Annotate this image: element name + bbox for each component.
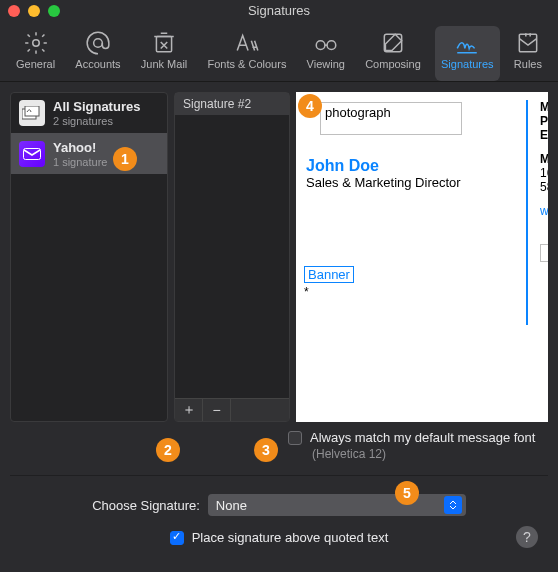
place-above-checkbox[interactable]	[170, 531, 184, 545]
gear-icon	[22, 30, 50, 56]
photo-placeholder: photograph	[320, 102, 462, 135]
help-button[interactable]: ?	[516, 526, 538, 548]
all-signatures-icon	[19, 100, 45, 126]
font-hint: (Helvetica 12)	[312, 447, 548, 461]
tab-accounts[interactable]: Accounts	[69, 26, 126, 81]
options-area: Always match my default message font (He…	[0, 422, 558, 555]
title-bar: Signatures	[0, 0, 558, 22]
svg-point-1	[94, 39, 103, 48]
vertical-divider	[526, 100, 528, 325]
svg-rect-6	[519, 34, 536, 51]
svg-rect-2	[156, 37, 171, 52]
at-icon	[84, 30, 112, 56]
chevron-updown-icon	[444, 496, 462, 514]
banner-placeholder: Banner	[304, 266, 354, 283]
list-footer: ＋ −	[175, 398, 289, 421]
place-above-row[interactable]: Place signature above quoted text	[10, 530, 548, 545]
account-name: Yahoo!	[53, 140, 107, 155]
window-title: Signatures	[0, 0, 558, 22]
preview-bullet: *	[304, 285, 548, 299]
signatures-list: Signature #2 ＋ −	[174, 92, 290, 422]
yahoo-icon	[19, 141, 45, 167]
account-name: All Signatures	[53, 99, 140, 114]
prefs-toolbar: General Accounts Junk Mail Fonts & Colou…	[0, 22, 558, 82]
account-sub: 1 signature	[53, 156, 107, 168]
divider	[10, 475, 548, 476]
account-sub: 2 signatures	[53, 115, 140, 127]
preview-name: John Doe	[306, 157, 548, 175]
rules-icon	[514, 30, 542, 56]
remove-button[interactable]: −	[203, 399, 231, 421]
svg-point-4	[327, 41, 336, 50]
svg-rect-9	[23, 148, 41, 160]
tab-rules[interactable]: Rules	[508, 26, 548, 81]
signature-preview[interactable]: photograph John Doe Sales & Marketing Di…	[296, 92, 548, 422]
choose-signature-value: None	[216, 498, 247, 513]
tab-composing[interactable]: Composing	[359, 26, 427, 81]
always-match-checkbox[interactable]	[288, 431, 302, 445]
svg-rect-10	[24, 149, 41, 160]
trash-icon	[150, 30, 178, 56]
svg-point-3	[316, 41, 325, 50]
choose-signature-label: Choose Signature:	[92, 498, 200, 513]
choose-signature-popup[interactable]: None	[208, 494, 466, 516]
svg-point-0	[32, 40, 39, 47]
signature-icon	[453, 30, 481, 56]
tab-viewing[interactable]: Viewing	[301, 26, 351, 81]
account-all[interactable]: All Signatures 2 signatures	[11, 93, 167, 133]
zoom-icon[interactable]	[48, 5, 60, 17]
choose-signature-row: Choose Signature: None	[10, 494, 548, 516]
tab-general[interactable]: General	[10, 26, 61, 81]
font-icon	[233, 30, 261, 56]
social-icons	[540, 244, 548, 262]
glasses-icon	[312, 30, 340, 56]
account-yahoo[interactable]: Yahoo! 1 signature	[11, 133, 167, 174]
tab-fonts[interactable]: Fonts & Colours	[202, 26, 293, 81]
tab-signatures[interactable]: Signatures	[435, 26, 500, 81]
traffic-lights	[8, 5, 60, 17]
add-button[interactable]: ＋	[175, 399, 203, 421]
tab-junkmail[interactable]: Junk Mail	[135, 26, 193, 81]
close-icon[interactable]	[8, 5, 20, 17]
place-above-label: Place signature above quoted text	[192, 530, 389, 545]
signature-item[interactable]: Signature #2	[175, 93, 289, 115]
compose-icon	[379, 30, 407, 56]
always-match-label: Always match my default message font	[310, 430, 535, 445]
preview-role: Sales & Marketing Director	[306, 175, 548, 190]
minimize-icon[interactable]	[28, 5, 40, 17]
accounts-list: All Signatures 2 signatures Yahoo! 1 sig…	[10, 92, 168, 422]
main-content: All Signatures 2 signatures Yahoo! 1 sig…	[0, 82, 558, 422]
contact-block: M (800) P (800) E john.c My Con 16 Free …	[540, 100, 548, 218]
always-match-row[interactable]: Always match my default message font	[288, 430, 548, 445]
